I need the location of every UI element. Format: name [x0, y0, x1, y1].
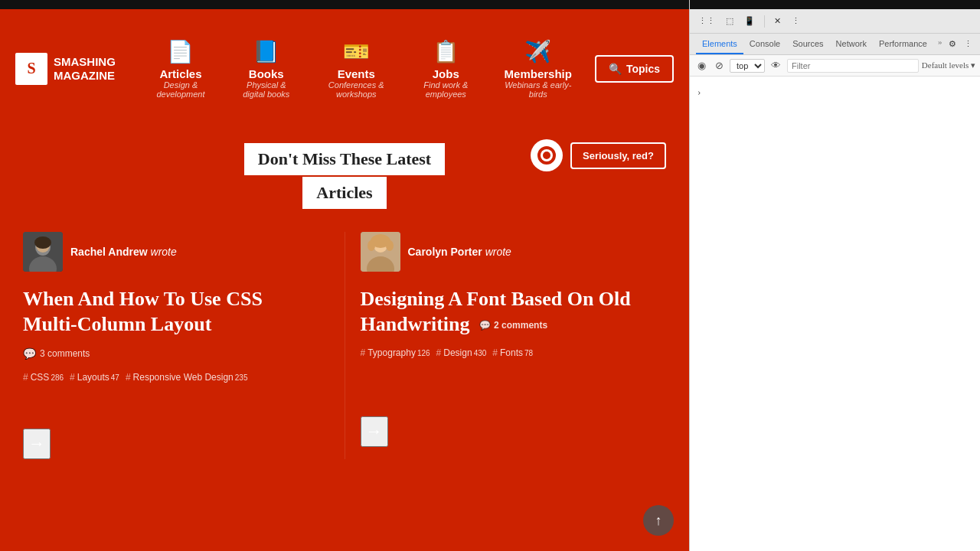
devtools-tabs-more[interactable]: » [935, 34, 946, 54]
articles-grid: Rachel Andrew wrote When And How To Use … [0, 232, 689, 459]
svg-point-12 [368, 240, 375, 251]
devtools-forward-btn[interactable]: ⊘ [712, 58, 727, 73]
devtools-second-bar: ◉ ⊘ top 👁 Default levels ▾ [690, 55, 980, 77]
article-comments-1: 💬 3 comments [23, 347, 314, 360]
nav-item-membership[interactable]: ✈️ Membership Webinars & early-birds [489, 33, 587, 105]
devtools-close-button[interactable]: ✕ [770, 15, 785, 28]
article-tags-1: # CSS 286 # Layouts 47 # Responsive Web … [23, 372, 314, 383]
tab-elements[interactable]: Elements [696, 34, 743, 54]
nav-items: 📄 Articles Design & development 📘 Books … [139, 33, 587, 105]
devtools-toolbar: ⋮⋮ ⬚ 📱 ✕ ⋮ [690, 9, 980, 34]
nav-item-jobs[interactable]: 📋 Jobs Find work & employees [403, 33, 489, 105]
devtools-more-button[interactable]: ⋮ [788, 15, 804, 28]
hero-title-line1: Don't Miss These Latest [244, 143, 445, 175]
devtools-settings-button[interactable]: ⚙ [945, 34, 960, 54]
svg-point-13 [386, 240, 394, 251]
devtools-top-bar [690, 0, 980, 9]
avatar-rachel [23, 232, 63, 272]
devtools-context-select[interactable]: top [730, 59, 765, 73]
devtools-device-button[interactable]: 📱 [740, 15, 759, 28]
devtools-cursor-area: › [690, 77, 980, 106]
tag-rwd[interactable]: # Responsive Web Design 235 [126, 372, 248, 383]
author-row-1: Rachel Andrew wrote [23, 232, 314, 272]
author-name-2: Carolyn Porter wrote [408, 246, 511, 258]
comment-icon-2: 💬 [479, 320, 491, 331]
devtools-separator-1 [764, 15, 765, 28]
ad-button[interactable]: Seriously, red? [570, 142, 666, 169]
devtools-filter-input[interactable] [787, 59, 919, 73]
devtools-dots-button[interactable]: ⋮ [960, 34, 976, 54]
article-title-2: Designing A Font Based On Old Handwritin… [361, 287, 652, 337]
svg-point-7 [34, 236, 51, 249]
hero-section: Don't Miss These Latest Articles Serious… [0, 128, 689, 551]
top-bar [0, 0, 689, 9]
article-1-arrow[interactable]: → [23, 429, 51, 459]
nav-item-events[interactable]: 🎫 Events Conferences & workshops [309, 33, 403, 105]
tag-css[interactable]: # CSS 286 [23, 372, 64, 383]
author-name-1: Rachel Andrew wrote [70, 246, 177, 258]
article-tags-2: # Typography 126 # Design 430 # Fonts 78 [361, 347, 652, 358]
devtools-back-btn[interactable]: ◉ [694, 58, 709, 73]
logo-text: SMASHING MAGAZINE [54, 55, 116, 83]
hero-title-line2: Articles [302, 177, 386, 209]
tag-fonts[interactable]: # Fonts 78 [492, 347, 533, 358]
tab-network[interactable]: Network [830, 34, 873, 54]
tab-console[interactable]: Console [743, 34, 786, 54]
article-title-1: When And How To Use CSS Multi-Column Lay… [23, 287, 314, 337]
logo-icon: S [15, 53, 47, 85]
article-col-1: Rachel Andrew wrote When And How To Use … [23, 232, 345, 459]
devtools-inspect-button[interactable]: ⬚ [722, 15, 737, 28]
devtools-panel: ⋮⋮ ⬚ 📱 ✕ ⋮ Elements Console Sources Netw… [689, 0, 980, 551]
author-row-2: Carolyn Porter wrote [361, 232, 652, 272]
devtools-drag-handle[interactable]: ⋮⋮ [694, 15, 719, 28]
svg-point-2 [543, 152, 550, 159]
membership-icon: ✈️ [524, 39, 551, 64]
events-icon: 🎫 [343, 39, 370, 64]
tag-typography[interactable]: # Typography 126 [361, 347, 430, 358]
navigation: S SMASHING MAGAZINE 📄 Articles Design & … [0, 9, 689, 128]
website: S SMASHING MAGAZINE 📄 Articles Design & … [0, 0, 689, 551]
devtools-eye-btn[interactable]: 👁 [768, 58, 784, 73]
ad-icon [531, 139, 563, 171]
articles-icon: 📄 [167, 39, 194, 64]
tab-sources[interactable]: Sources [786, 34, 829, 54]
tag-layouts[interactable]: # Layouts 47 [70, 372, 119, 383]
logo[interactable]: S SMASHING MAGAZINE [15, 53, 116, 85]
devtools-chevron[interactable]: › [697, 86, 701, 97]
jobs-icon: 📋 [433, 39, 459, 64]
devtools-content: › [690, 77, 980, 551]
nav-item-books[interactable]: 📘 Books Physical & digital books [223, 33, 309, 105]
tag-design[interactable]: # Design 430 [436, 347, 487, 358]
devtools-tabs: Elements Console Sources Network Perform… [690, 34, 980, 55]
devtools-levels[interactable]: Default levels ▾ [922, 60, 975, 70]
tab-performance[interactable]: Performance [873, 34, 933, 54]
search-icon: 🔍 [609, 63, 622, 75]
inline-comments-2: 💬 2 comments [479, 320, 547, 331]
avatar-carolyn [361, 232, 400, 272]
topics-button[interactable]: 🔍 Topics [595, 55, 674, 83]
article-2-arrow[interactable]: → [361, 416, 388, 447]
comment-icon-1: 💬 [23, 347, 36, 360]
article-col-2: Carolyn Porter wrote Designing A Font Ba… [345, 232, 667, 459]
scroll-up-button[interactable]: ↑ [643, 505, 674, 536]
ad-area: Seriously, red? [531, 139, 666, 171]
nav-item-articles[interactable]: 📄 Articles Design & development [139, 33, 223, 105]
books-icon: 📘 [253, 39, 279, 64]
